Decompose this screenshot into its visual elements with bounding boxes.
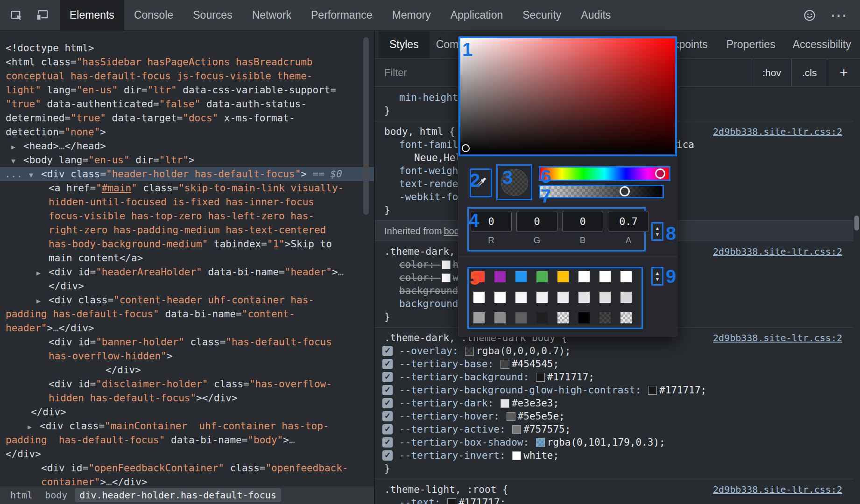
styles-tab-accessibility[interactable]: Accessibility xyxy=(792,31,852,58)
color-swatch[interactable] xyxy=(512,425,521,434)
css-property[interactable]: ✓--overlay: rgba(0,0,0,0.7); xyxy=(375,344,853,357)
palette-swatch[interactable] xyxy=(557,312,569,323)
stylesheet-link[interactable]: 2d9bb338.site-ltr.css:2 xyxy=(713,245,842,258)
dom-node[interactable]: </div> xyxy=(0,279,374,293)
breadcrumb-item[interactable]: body xyxy=(40,488,72,502)
styles-scrollbar[interactable] xyxy=(854,216,859,231)
palette-swatch[interactable] xyxy=(578,292,590,303)
dom-node[interactable]: <div id="disclaimer-holder" class="has-o… xyxy=(0,377,374,391)
dom-node[interactable]: right-zero has-padding-medium has-text-c… xyxy=(0,223,374,237)
stylesheet-link[interactable]: 2d9bb338.site-ltr.css:2 xyxy=(713,125,842,138)
css-property[interactable]: ✓--tertiary-hover: #5e5e5e; xyxy=(375,410,853,423)
current-color-swatch[interactable] xyxy=(496,164,532,200)
property-checkbox[interactable]: ✓ xyxy=(382,346,393,356)
tab-application[interactable]: Application xyxy=(441,0,513,30)
color-swatch[interactable] xyxy=(447,498,456,504)
dom-node[interactable]: focus-visible has-top-zero has-left-zero… xyxy=(0,209,374,223)
inspect-icon[interactable] xyxy=(7,5,27,26)
css-property[interactable]: ✓--tertiary-background: #171717; xyxy=(375,371,853,384)
palette-swatch[interactable] xyxy=(494,292,506,303)
dom-node[interactable]: </div> xyxy=(0,405,374,419)
dom-node[interactable]: <!doctype html> xyxy=(0,41,374,55)
feedback-icon[interactable] xyxy=(799,5,820,26)
dom-node[interactable]: ▶<div id="headerAreaHolder" data-bi-name… xyxy=(0,265,374,279)
palette-swatch[interactable] xyxy=(578,271,590,282)
styles-tab-styles[interactable]: Styles xyxy=(379,31,430,58)
property-checkbox[interactable]: ✓ xyxy=(382,372,393,382)
property-checkbox[interactable]: ✓ xyxy=(382,398,393,408)
tab-security[interactable]: Security xyxy=(513,0,571,30)
dom-node[interactable]: ▼<body lang="en-us" dir="ltr"> xyxy=(0,153,374,167)
dom-node[interactable]: container">…</div> xyxy=(0,475,374,486)
color-swatch[interactable] xyxy=(442,273,451,282)
css-property[interactable]: ✓--tertiary-box-shadow: rgba(0,101,179,0… xyxy=(375,436,853,449)
hue-slider[interactable] xyxy=(539,166,670,181)
dom-node[interactable]: "true" data-authenticated="false" data-a… xyxy=(0,97,374,111)
new-style-rule-button[interactable]: + xyxy=(827,59,860,86)
color-swatch[interactable] xyxy=(512,451,521,460)
palette-swatch[interactable] xyxy=(578,312,590,323)
tab-performance[interactable]: Performance xyxy=(301,0,382,30)
tab-network[interactable]: Network xyxy=(242,0,301,30)
palette-swatch[interactable] xyxy=(599,312,611,323)
dom-node[interactable]: </div> xyxy=(0,447,374,461)
color-shades-area[interactable] xyxy=(458,36,677,156)
palette-swatch[interactable] xyxy=(515,312,527,323)
dom-node[interactable]: <div id="banner-holder" class="has-defau… xyxy=(0,335,374,349)
breadcrumb-item[interactable]: html xyxy=(6,488,37,502)
opacity-slider-thumb[interactable] xyxy=(620,186,630,196)
palette-swatch[interactable] xyxy=(473,312,485,323)
styles-tab-properties[interactable]: Properties xyxy=(726,31,776,58)
value-format-switcher[interactable]: ▲▼ xyxy=(651,222,663,241)
dom-node[interactable]: ▶<div class="mainContainer uhf-container… xyxy=(0,419,374,433)
palette-swatch[interactable] xyxy=(620,292,632,303)
dom-node[interactable]: </div> xyxy=(0,363,374,377)
palette-swatch[interactable] xyxy=(473,292,485,303)
css-property[interactable]: ✓--tertiary-background-glow-high-contras… xyxy=(375,384,853,397)
palette-swatch[interactable] xyxy=(599,271,611,282)
dom-node[interactable]: conceptual has-default-focus js-focus-vi… xyxy=(0,69,374,83)
dom-node[interactable]: ▶<head>…</head> xyxy=(0,139,374,153)
palette-swatch[interactable] xyxy=(620,312,632,323)
tab-sources[interactable]: Sources xyxy=(183,0,242,30)
dom-node[interactable]: has-overflow-hidden"> xyxy=(0,349,374,363)
dom-node[interactable]: padding has-default-focus" data-bi-name=… xyxy=(0,307,374,321)
css-property[interactable]: ✓--tertiary-dark: #e3e3e3; xyxy=(375,397,853,410)
elements-scrollbar[interactable] xyxy=(363,37,369,215)
palette-swatch[interactable] xyxy=(620,271,632,282)
stylesheet-link[interactable]: 2d9bb338.site-ltr.css:2 xyxy=(713,483,842,496)
palette-swatch[interactable] xyxy=(515,292,527,303)
property-checkbox[interactable]: ✓ xyxy=(382,385,393,395)
dom-node[interactable]: <div id="openFeedbackContainer" class="o… xyxy=(0,461,374,475)
palette-swatch[interactable] xyxy=(494,271,506,282)
color-swatch[interactable] xyxy=(500,399,509,408)
dom-node[interactable]: <a href="#main" class="skip-to-main-link… xyxy=(0,181,374,195)
property-checkbox[interactable]: ✓ xyxy=(382,359,393,369)
property-checkbox[interactable]: ✓ xyxy=(382,424,393,434)
property-checkbox[interactable]: ✓ xyxy=(382,437,393,448)
color-swatch[interactable] xyxy=(500,360,509,369)
palette-swatch[interactable] xyxy=(536,292,548,303)
palette-swatch[interactable] xyxy=(599,292,611,303)
dom-node[interactable]: hidden-until-focused is-fixed has-inner-… xyxy=(0,195,374,209)
color-swatch[interactable] xyxy=(536,373,545,382)
color-swatch[interactable] xyxy=(442,260,451,269)
more-menu-icon[interactable]: ⋯ xyxy=(828,5,849,26)
color-swatch[interactable] xyxy=(507,412,515,421)
property-checkbox[interactable]: ✓ xyxy=(382,411,393,421)
dom-node[interactable]: ▶<div class="content-header uhf-containe… xyxy=(0,293,374,307)
palette-swatch[interactable] xyxy=(557,292,569,303)
device-toolbar-icon[interactable] xyxy=(32,5,52,26)
dom-node-selected[interactable]: ...▼<div class="header-holder has-defaul… xyxy=(0,167,374,181)
shade-cursor-icon[interactable] xyxy=(462,144,470,152)
css-property[interactable]: --text: #171717; xyxy=(375,496,853,504)
palette-swatch[interactable] xyxy=(536,271,548,282)
dom-node[interactable]: light" lang="en-us" dir="ltr" data-css-v… xyxy=(0,83,374,97)
palette-swatch[interactable] xyxy=(536,312,548,323)
tab-elements[interactable]: Elements xyxy=(60,0,124,30)
dom-node[interactable]: padding has-default-focus" data-bi-name=… xyxy=(0,433,374,447)
tab-memory[interactable]: Memory xyxy=(382,0,441,30)
property-checkbox[interactable]: ✓ xyxy=(382,450,393,461)
hover-state-toggle[interactable]: :hov xyxy=(752,59,791,86)
palette-switcher[interactable]: ▲▼ xyxy=(651,267,663,286)
